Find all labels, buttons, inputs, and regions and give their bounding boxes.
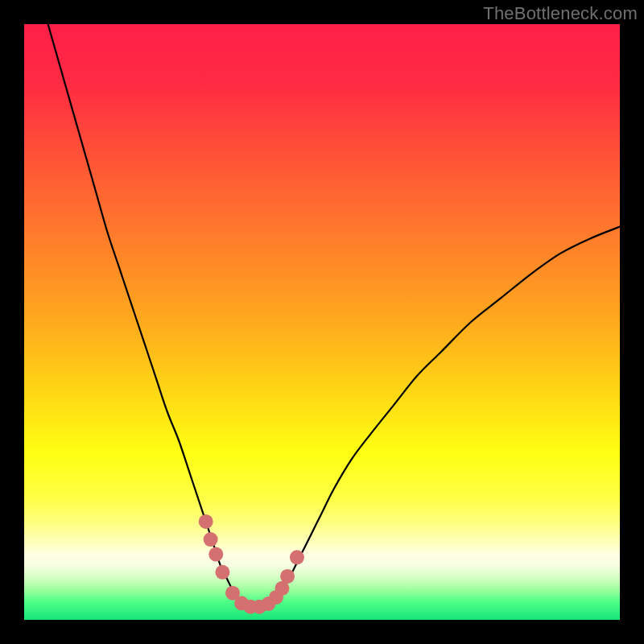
watermark-text: TheBottleneck.com (483, 3, 638, 24)
highlight-dot (290, 550, 304, 564)
bottleneck-curve (48, 24, 620, 608)
highlight-dot (204, 532, 218, 547)
highlight-dot (280, 569, 295, 584)
highlight-dot (199, 514, 213, 529)
highlight-dot (215, 565, 229, 580)
highlight-markers (199, 514, 304, 614)
highlight-dot (208, 547, 223, 562)
curve-layer (24, 24, 620, 620)
plot-area (24, 24, 620, 620)
chart-frame: TheBottleneck.com (0, 0, 644, 644)
